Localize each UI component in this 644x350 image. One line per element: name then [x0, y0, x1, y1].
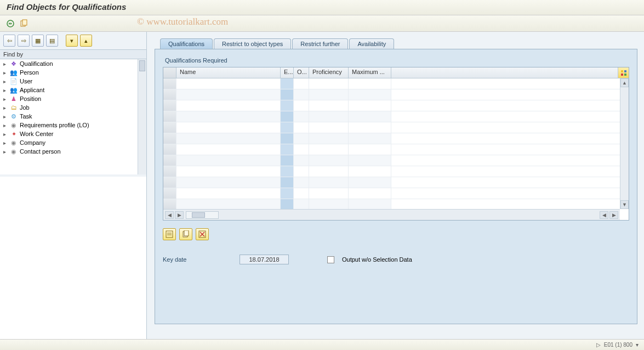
hscroll-right-icon[interactable]: ▶ — [175, 211, 184, 219]
layout-button[interactable]: ▤ — [46, 35, 58, 47]
row-selector[interactable] — [163, 100, 176, 111]
grid-header-proficiency[interactable]: Proficiency — [309, 67, 349, 78]
cell-maximum[interactable] — [349, 89, 391, 100]
cell-proficiency[interactable] — [309, 89, 349, 100]
tree-scrollbar[interactable] — [138, 59, 146, 174]
expand-arrow-icon[interactable]: ▸ — [3, 149, 8, 155]
cell-o[interactable] — [294, 111, 309, 122]
cell-proficiency[interactable] — [309, 144, 349, 155]
table-row[interactable] — [163, 144, 629, 155]
cell-maximum[interactable] — [349, 133, 391, 144]
table-row[interactable] — [163, 122, 629, 133]
row-selector[interactable] — [163, 78, 176, 89]
grid-header-selector[interactable] — [163, 67, 176, 78]
nav-forward-button[interactable]: ⇨ — [18, 35, 30, 47]
cell-e[interactable] — [281, 122, 294, 133]
tree-item-requirements-profile-lo-[interactable]: ▸◉Requirements profile (LO) — [0, 121, 146, 129]
cell-o[interactable] — [294, 144, 309, 155]
expand-arrow-icon[interactable]: ▸ — [3, 114, 8, 120]
grid-hscrollbar[interactable]: ◀ ▶ ◀ ▶ — [163, 209, 620, 220]
grid-body[interactable] — [163, 78, 629, 209]
tree-item-contact-person[interactable]: ▸◉Contact person — [0, 147, 146, 156]
tree-item-person[interactable]: ▸👥Person — [0, 68, 146, 77]
tree-view-button[interactable]: ▦ — [32, 35, 44, 47]
cell-e[interactable] — [281, 89, 294, 100]
tree-item-position[interactable]: ▸♟Position — [0, 94, 146, 103]
cell-o[interactable] — [294, 199, 309, 209]
row-selector[interactable] — [163, 133, 176, 144]
expand-button[interactable]: ▾ — [66, 35, 78, 47]
cell-o[interactable] — [294, 89, 309, 100]
cell-name[interactable] — [176, 177, 281, 188]
status-nav-icon[interactable]: ▷ — [596, 342, 601, 348]
table-row[interactable] — [163, 89, 629, 100]
expand-arrow-icon[interactable]: ▸ — [3, 131, 8, 137]
cell-name[interactable] — [176, 78, 281, 89]
cell-name[interactable] — [176, 100, 281, 111]
cell-proficiency[interactable] — [309, 100, 349, 111]
cell-name[interactable] — [176, 199, 281, 209]
cell-maximum[interactable] — [349, 111, 391, 122]
cell-o[interactable] — [294, 188, 309, 199]
cell-e[interactable] — [281, 144, 294, 155]
grid-header-maximum[interactable]: Maximum ... — [349, 67, 391, 78]
grid-config-icon[interactable] — [618, 67, 629, 78]
cell-o[interactable] — [294, 122, 309, 133]
cell-proficiency[interactable] — [309, 122, 349, 133]
cell-name[interactable] — [176, 111, 281, 122]
cell-o[interactable] — [294, 166, 309, 177]
status-menu-icon[interactable]: ▾ — [636, 342, 639, 348]
cell-e[interactable] — [281, 199, 294, 209]
cell-proficiency[interactable] — [309, 166, 349, 177]
cell-o[interactable] — [294, 177, 309, 188]
cell-proficiency[interactable] — [309, 78, 349, 89]
hscroll-right2-icon[interactable]: ▶ — [609, 211, 618, 219]
expand-arrow-icon[interactable]: ▸ — [3, 61, 8, 67]
cell-maximum[interactable] — [349, 122, 391, 133]
cell-e[interactable] — [281, 177, 294, 188]
delete-row-button[interactable] — [196, 228, 209, 240]
tree-item-company[interactable]: ▸◉Company — [0, 138, 146, 147]
cell-e[interactable] — [281, 188, 294, 199]
key-date-input[interactable] — [240, 255, 289, 264]
scroll-up-icon[interactable]: ▲ — [620, 78, 629, 87]
output-checkbox[interactable] — [327, 256, 334, 263]
cell-maximum[interactable] — [349, 155, 391, 166]
row-selector[interactable] — [163, 188, 176, 199]
cell-proficiency[interactable] — [309, 155, 349, 166]
row-selector[interactable] — [163, 144, 176, 155]
tree-item-work-center[interactable]: ▸✦Work Center — [0, 129, 146, 138]
insert-row-button[interactable] — [163, 228, 176, 240]
cell-o[interactable] — [294, 155, 309, 166]
table-row[interactable] — [163, 133, 629, 144]
cell-name[interactable] — [176, 166, 281, 177]
cell-proficiency[interactable] — [309, 177, 349, 188]
table-row[interactable] — [163, 199, 629, 209]
copy-icon[interactable] — [19, 19, 29, 29]
row-selector[interactable] — [163, 177, 176, 188]
grid-header-name[interactable]: Name — [176, 67, 281, 78]
cell-maximum[interactable] — [349, 166, 391, 177]
expand-arrow-icon[interactable]: ▸ — [3, 122, 8, 128]
hscroll-track[interactable] — [186, 211, 219, 219]
tree-item-task[interactable]: ▸⚙Task — [0, 112, 146, 121]
row-selector[interactable] — [163, 89, 176, 100]
grid-vscrollbar[interactable]: ▲ ▼ — [620, 78, 629, 209]
cell-name[interactable] — [176, 144, 281, 155]
tab-restrict-to-object-types[interactable]: Restrict to object types — [214, 38, 291, 49]
cell-maximum[interactable] — [349, 100, 391, 111]
execute-icon[interactable] — [5, 19, 15, 29]
duplicate-row-button[interactable] — [179, 228, 192, 240]
row-selector[interactable] — [163, 166, 176, 177]
cell-name[interactable] — [176, 89, 281, 100]
nav-back-button[interactable]: ⇦ — [3, 35, 15, 47]
row-selector[interactable] — [163, 199, 176, 209]
expand-arrow-icon[interactable]: ▸ — [3, 87, 8, 93]
cell-e[interactable] — [281, 155, 294, 166]
expand-arrow-icon[interactable]: ▸ — [3, 78, 8, 84]
grid-header-e[interactable]: E... — [281, 67, 294, 78]
row-selector[interactable] — [163, 155, 176, 166]
row-selector[interactable] — [163, 122, 176, 133]
cell-name[interactable] — [176, 122, 281, 133]
tree-item-user[interactable]: ▸📄User — [0, 77, 146, 86]
